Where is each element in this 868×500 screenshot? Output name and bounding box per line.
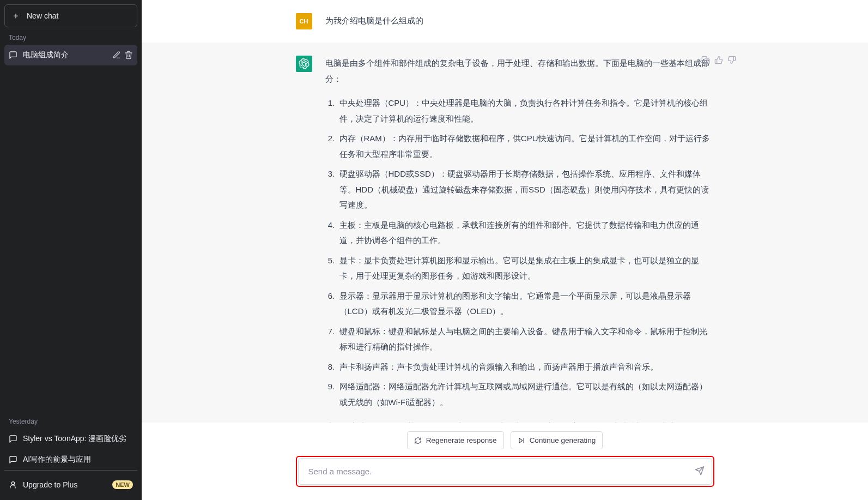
section-label-today: Today [4, 27, 137, 45]
chat-item[interactable]: Styler vs ToonApp: 漫画脸优劣 [4, 429, 137, 449]
main: CH 为我介绍电脑是什么组成的 电脑是由多个组件和部件组成的复杂电子设备，用于处… [142, 0, 868, 500]
plus-icon: ＋ [11, 11, 20, 20]
message-input-container[interactable] [298, 458, 712, 485]
list-item: 中央处理器（CPU）：中央处理器是电脑的大脑，负责执行各种计算任务和指令。它是计… [337, 95, 714, 126]
svg-point-0 [11, 482, 14, 485]
send-icon [695, 466, 705, 475]
list-item: 显示器：显示器用于显示计算机的图形和文字输出。它通常是一个平面显示屏，可以是液晶… [337, 288, 714, 320]
message-icon [9, 51, 17, 59]
thumbs-up-icon[interactable] [714, 56, 723, 64]
chat-item-title: 电脑组成简介 [23, 50, 107, 60]
new-chat-button[interactable]: ＋ New chat [4, 4, 137, 27]
continue-button[interactable]: Continue generating [511, 431, 603, 449]
sidebar: ＋ New chat Today 电脑组成简介 Yesterday Styler… [0, 0, 142, 500]
assistant-avatar [296, 56, 312, 72]
copy-icon[interactable] [701, 56, 710, 64]
openai-logo-icon [299, 58, 309, 69]
footer: Regenerate response Continue generating [142, 423, 868, 500]
edit-icon[interactable] [112, 51, 121, 59]
list-item: 内存（RAM）：内存用于临时存储数据和程序，供CPU快速访问。它是计算机的工作空… [337, 131, 714, 162]
assistant-outro: 此外，电脑还可能包括其他组件，如光驱（用于读取光盘）、电源供应器（用于为计算机提… [325, 419, 714, 423]
trash-icon[interactable] [124, 51, 133, 59]
user-message-text: 为我介绍电脑是什么组成的 [325, 13, 714, 29]
chat-item-title: Styler vs ToonApp: 漫画脸优劣 [23, 434, 133, 444]
footer-buttons: Regenerate response Continue generating [407, 431, 603, 449]
list-item: 网络适配器：网络适配器允许计算机与互联网或局域网进行通信。它可以是有线的（如以太… [337, 379, 714, 410]
sidebar-scroll: Today 电脑组成简介 Yesterday Styler vs ToonApp… [4, 27, 137, 470]
chat-item[interactable]: AI写作的前景与应用 [4, 449, 137, 470]
message-icon [9, 455, 17, 464]
list-item: 声卡和扬声器：声卡负责处理计算机的音频输入和输出，而扬声器用于播放声音和音乐。 [337, 359, 714, 375]
regenerate-button[interactable]: Regenerate response [407, 431, 504, 449]
upgrade-label: Upgrade to Plus [23, 480, 77, 489]
svg-rect-1 [705, 59, 709, 64]
sidebar-bottom: Upgrade to Plus NEW [4, 470, 137, 496]
user-icon [9, 480, 17, 489]
message-input-highlight [296, 456, 714, 487]
thumbs-down-icon[interactable] [727, 56, 736, 64]
refresh-icon [414, 437, 422, 444]
list-item: 显卡：显卡负责处理计算机图形和显示输出。它可以是集成在主板上的集成显卡，也可以是… [337, 253, 714, 284]
list-item: 硬盘驱动器（HDD或SSD）：硬盘驱动器用于长期存储数据，包括操作系统、应用程序… [337, 166, 714, 213]
svg-marker-2 [519, 438, 523, 443]
user-avatar: CH [296, 13, 312, 29]
section-label-yesterday: Yesterday [4, 411, 137, 429]
continue-icon [518, 437, 525, 444]
send-button[interactable] [695, 466, 705, 477]
message-input[interactable] [307, 466, 684, 477]
new-chat-label: New chat [27, 11, 58, 20]
chat-item-active[interactable]: 电脑组成简介 [4, 45, 137, 65]
assistant-message-body: 电脑是由多个组件和部件组成的复杂电子设备，用于处理、存储和输出数据。下面是电脑的… [325, 56, 714, 423]
upgrade-button[interactable]: Upgrade to Plus NEW [4, 474, 137, 496]
assistant-message: 电脑是由多个组件和部件组成的复杂电子设备，用于处理、存储和输出数据。下面是电脑的… [142, 43, 868, 423]
assistant-actions [701, 56, 736, 64]
message-icon [9, 435, 17, 443]
new-badge: NEW [112, 480, 133, 489]
list-item: 主板：主板是电脑的核心电路板，承载和连接所有的组件和部件。它提供了数据传输和电力… [337, 218, 714, 249]
assistant-list: 中央处理器（CPU）：中央处理器是电脑的大脑，负责执行各种计算任务和指令。它是计… [325, 95, 714, 410]
continue-label: Continue generating [530, 436, 596, 444]
conversation: CH 为我介绍电脑是什么组成的 电脑是由多个组件和部件组成的复杂电子设备，用于处… [142, 0, 868, 423]
user-message: CH 为我介绍电脑是什么组成的 [142, 0, 868, 43]
list-item: 键盘和鼠标：键盘和鼠标是人与电脑之间的主要输入设备。键盘用于输入文字和命令，鼠标… [337, 324, 714, 355]
regenerate-label: Regenerate response [426, 436, 497, 444]
chat-item-title: AI写作的前景与应用 [23, 455, 133, 465]
assistant-intro: 电脑是由多个组件和部件组成的复杂电子设备，用于处理、存储和输出数据。下面是电脑的… [325, 56, 714, 87]
